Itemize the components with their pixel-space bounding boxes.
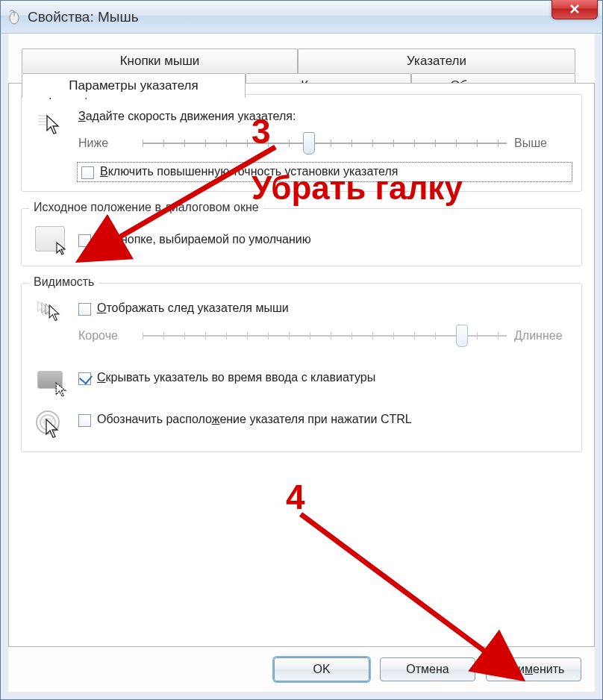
snap-icon [32,222,68,255]
tab-mouse-buttons[interactable]: Кнопки мыши [22,49,298,73]
speed-fast-label: Выше [514,137,571,150]
group-snap-title: Исходное положение в диалоговом окне [29,201,263,214]
enhance-precision-label: Включить повышенную точность установки у… [100,165,398,178]
hide-typing-label: Скрывать указатель во время ввода с клав… [97,371,375,384]
snap-to-label: На кнопке, выбираемой по умолчанию [97,233,311,246]
ctrl-locate-row[interactable]: Обозначить расположение указателя при на… [78,413,571,427]
group-visibility: Видимость Отображать след ука [21,283,582,452]
group-snap: Исходное положение в диалоговом окне На … [21,208,582,266]
motion-cursor-icon [32,108,68,141]
mouse-properties-window: Свойства: Мышь Кнопки мыши Указатели Пар… [0,0,603,700]
trails-short-label: Короче [78,329,135,343]
client-area: Кнопки мыши Указатели Параметры указател… [1,34,602,699]
apply-button[interactable]: Применить [486,657,581,681]
speed-slow-label: Ниже [78,137,135,150]
tab-pointer-options[interactable]: Параметры указателя [22,73,246,98]
trails-long-label: Длиннее [514,329,571,343]
trails-length-slider [143,326,507,346]
snap-to-checkbox[interactable] [78,234,91,247]
close-button[interactable] [552,0,598,19]
trails-label: Отображать след указателя мыши [97,301,289,315]
hide-typing-row[interactable]: Скрывать указатель во время ввода с клав… [78,371,571,385]
ok-button[interactable]: OK [274,657,369,681]
mouse-icon [7,10,22,25]
group-visibility-title: Видимость [29,275,99,289]
group-motion: Перемещение Задайте скорость движения ук… [21,94,582,192]
trails-icon [32,297,68,330]
enhance-precision-checkbox[interactable] [81,166,94,179]
cancel-button[interactable]: Отмена [380,657,475,681]
hide-typing-checkbox[interactable] [78,372,91,385]
snap-to-row[interactable]: На кнопке, выбираемой по умолчанию [78,233,571,247]
ctrl-locate-checkbox[interactable] [78,414,91,427]
window-title: Свойства: Мышь [28,9,599,25]
button-bar: OK Отмена Применить [274,657,581,681]
tab-pointers[interactable]: Указатели [298,49,575,73]
trails-checkbox[interactable] [78,303,91,316]
pointer-speed-label: Задайте скорость движения указателя: [78,110,296,122]
titlebar[interactable]: Свойства: Мышь [1,1,602,34]
trails-row[interactable]: Отображать след указателя мыши [78,301,571,316]
pointer-speed-slider[interactable] [143,134,507,153]
enhance-precision-row[interactable]: Включить повышенную точность установки у… [78,163,571,181]
tab-panel-pointer-options: Перемещение Задайте скорость движения ук… [8,83,595,647]
ctrl-locate-label: Обозначить расположение указателя при на… [97,413,412,426]
hide-typing-icon [32,363,68,396]
ctrl-locate-icon [32,408,68,441]
